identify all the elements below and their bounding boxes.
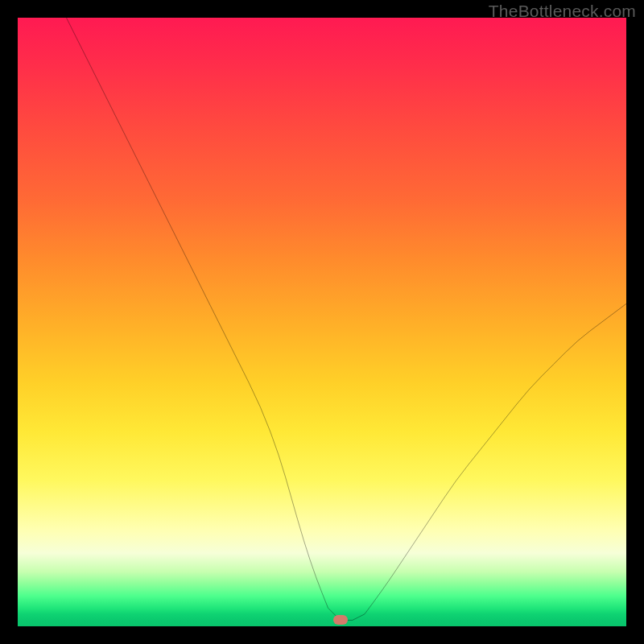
chart-frame: TheBottleneck.com <box>0 0 644 644</box>
optimum-marker <box>333 615 348 625</box>
curve-path <box>66 18 626 620</box>
watermark-text: TheBottleneck.com <box>489 2 636 21</box>
bottleneck-curve <box>18 18 626 626</box>
